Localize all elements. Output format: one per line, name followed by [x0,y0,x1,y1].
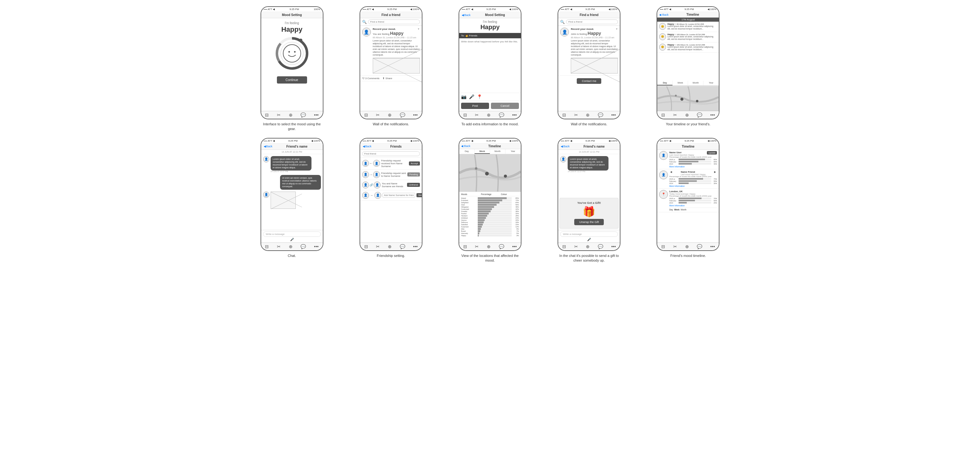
tab-week[interactable]: Week [673,81,688,86]
mood-circle[interactable] [275,36,309,71]
tab6-more[interactable]: ••• [314,244,319,249]
tab10-chat[interactable]: 💬 [697,244,702,249]
tab2-more[interactable]: ••• [413,113,418,118]
tab3-chat[interactable]: 💬 [499,113,504,118]
update-button-1[interactable]: Update [707,151,717,154]
location-icon[interactable]: 📍 [477,94,482,99]
nav-back-9[interactable]: ◀ Back [561,145,570,148]
tab6-plus[interactable]: ⊕ [289,244,293,249]
nav-arrow-right[interactable]: ▶ [713,170,717,173]
share-link[interactable]: ⬆ Share [382,77,392,80]
tab8-chat[interactable]: 💬 [499,244,504,249]
gift-chat-mic-icon[interactable]: 🎤 [560,238,618,241]
tab2-home[interactable]: ⊟ [364,113,368,118]
tab6-home[interactable]: ⊟ [265,244,269,249]
find-friend-input-3[interactable] [362,151,420,156]
nav-back-3[interactable]: ◀ Back [462,14,471,17]
mic-icon[interactable]: 🎤 [469,94,474,99]
more-info-1[interactable]: More Information [669,165,717,168]
tab4-chat[interactable]: 💬 [598,113,603,118]
post-button[interactable]: Post [461,103,489,109]
tab5-more[interactable]: ••• [710,113,715,118]
tab10-scissors[interactable]: ✂ [673,244,677,249]
tab6-chat[interactable]: 💬 [301,244,306,249]
loc-tab-day-2[interactable]: Day [669,208,673,211]
tab10-home[interactable]: ⊟ [661,244,665,249]
tab4-plus[interactable]: ⊕ [586,113,590,118]
tab7-chat[interactable]: 💬 [400,244,405,249]
location-back[interactable]: ◀ Back [461,145,471,148]
loc-tab-month-2[interactable]: Month [681,208,686,211]
send-button[interactable]: Send [417,193,422,197]
chat-mic-icon[interactable]: 🎤 [263,238,321,241]
tab3-home[interactable]: ⊟ [463,113,467,118]
tab5-home[interactable]: ⊟ [661,113,665,118]
tab3-plus[interactable]: ⊕ [487,113,491,118]
chat-input[interactable]: Write a message [263,232,321,237]
gift-chat-input[interactable]: Write a message [560,232,618,237]
nav-arrow-left[interactable]: ◀ [669,170,673,173]
tab9-home[interactable]: ⊟ [562,244,566,249]
nav-back-7[interactable]: ◀ Back [363,145,372,148]
tab6-scissors[interactable]: ✂ [277,244,281,249]
find-friend-input[interactable] [368,19,420,24]
unwrap-button[interactable]: Unwrap the Gift [574,219,604,225]
tab10-more[interactable]: ••• [710,244,715,249]
tab9-chat[interactable]: 💬 [598,244,603,249]
find-friend-input-2[interactable] [566,19,618,24]
compose-buttons: Post Cancel [459,101,521,111]
tab-more-icon[interactable]: ••• [314,113,319,118]
tab10-plus[interactable]: ⊕ [685,244,689,249]
tab-plus-icon[interactable]: ⊕ [289,113,293,118]
tab3-scissors[interactable]: ✂ [475,113,479,118]
cancel-button[interactable]: Cancel [491,103,519,109]
tab-day[interactable]: Day [657,81,673,86]
tab9-plus[interactable]: ⊕ [586,244,590,249]
pending-button[interactable]: Pending [407,172,420,176]
tab5-chat[interactable]: 💬 [697,113,702,118]
timeline-back[interactable]: ◀ Back [659,13,668,16]
continue-button[interactable]: Continue [277,76,307,84]
loc-tab-week-2[interactable]: Week [674,208,679,211]
tab7-scissors[interactable]: ✂ [376,244,380,249]
tab9-scissors[interactable]: ✂ [574,244,578,249]
tab8-scissors[interactable]: ✂ [475,244,479,249]
tab9-more[interactable]: ••• [611,244,616,249]
camera-icon[interactable]: 📷 [461,94,466,99]
tab8-home[interactable]: ⊟ [463,244,467,249]
ask-friend-input[interactable] [382,193,415,197]
more-info-2[interactable]: More Information [669,185,717,187]
tab2-plus[interactable]: ⊕ [388,113,391,118]
compose-text-area[interactable]: Write down what happened before you felt… [459,38,521,93]
unfriend-button[interactable]: Unfriend [407,183,420,187]
tab-month[interactable]: Month [688,81,703,86]
tab-scissors-icon[interactable]: ✂ [277,113,281,118]
accept-button[interactable]: Accept [409,162,420,165]
tab7-plus[interactable]: ⊕ [388,244,391,249]
tab7-more[interactable]: ••• [413,244,418,249]
comments-link[interactable]: 🗨 3 Comments [362,77,380,80]
tab5-scissors[interactable]: ✂ [673,113,677,118]
tab4-more[interactable]: ••• [611,113,616,118]
tab-year[interactable]: Year [703,81,719,86]
loc-tab-year[interactable]: Year [505,149,521,154]
tab-chat-icon[interactable]: 💬 [301,113,306,118]
tab8-more[interactable]: ••• [512,244,517,249]
tab3-more[interactable]: ••• [512,113,517,118]
loc-tab-week[interactable]: Week [475,149,490,154]
tab4-home[interactable]: ⊟ [562,113,566,118]
contact-me-button[interactable]: Contact me [577,78,601,84]
more-info-3[interactable]: More Information [669,205,717,206]
tab8-plus[interactable]: ⊕ [487,244,491,249]
fr-label-3: You and Name Surname are friends [382,182,406,188]
loc-tab-day[interactable]: Day [459,149,475,154]
tab-home-icon[interactable]: ⊟ [265,113,269,118]
tab2-scissors[interactable]: ✂ [376,113,380,118]
tab7-home[interactable]: ⊟ [364,244,368,249]
loc-tab-month[interactable]: Month [490,149,505,154]
tab4-scissors[interactable]: ✂ [574,113,578,118]
nav-back-6[interactable]: ◀ Back [264,145,272,148]
chart-bar-15 [478,230,480,232]
tab5-plus[interactable]: ⊕ [685,113,689,118]
tab2-chat[interactable]: 💬 [400,113,405,118]
